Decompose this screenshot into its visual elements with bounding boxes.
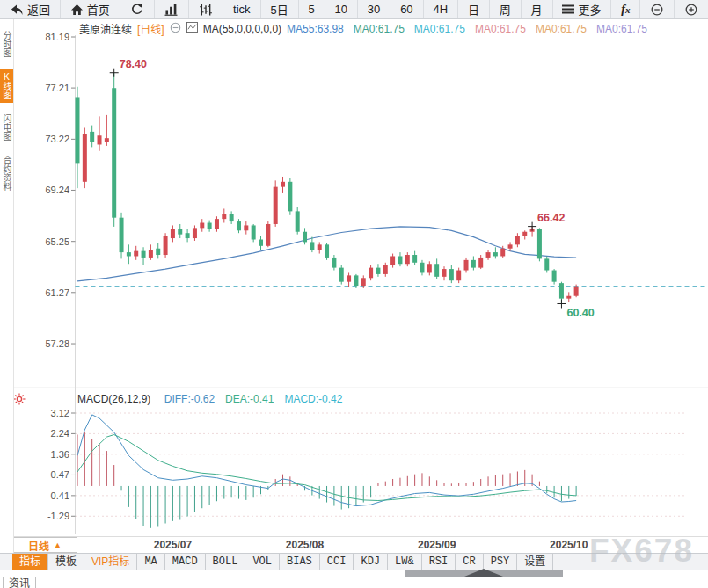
toolbar-item-label: 周: [500, 1, 511, 18]
drawer-handle[interactable]: [405, 570, 563, 577]
tab-设置[interactable]: 设置: [517, 554, 553, 570]
tab-BIAS[interactable]: BIAS: [280, 554, 320, 570]
svg-text:0.47: 0.47: [51, 469, 69, 480]
sidebar-item-chart[interactable]: 分时图: [0, 27, 13, 61]
kline-icon: [199, 4, 213, 16]
toolbar-item-label: 5: [308, 3, 314, 16]
ma-value: MA0:61.75: [536, 23, 587, 35]
macd-value: DEA:-0.41: [225, 393, 274, 405]
back-button[interactable]: 返回: [0, 0, 61, 18]
ma-value: MA0:61.75: [414, 23, 465, 35]
toolbar-item-label: 4H: [433, 3, 448, 16]
ma-value: MA0:61.75: [354, 23, 405, 35]
svg-text:65.25: 65.25: [45, 236, 69, 247]
back-arrow-icon: [10, 4, 24, 16]
tab-RSI[interactable]: RSI: [422, 554, 456, 570]
svg-text:66.42: 66.42: [537, 212, 565, 224]
tab-LW&[interactable]: LW&: [388, 554, 422, 570]
more-button[interactable]: 更多: [553, 0, 612, 18]
tab-模板[interactable]: 模板: [48, 554, 84, 570]
macd-axis: 3.122.241.360.47-0.41-1.29: [47, 408, 76, 521]
xaxis-row: 日线 ▲ 2025/072025/082025/092025/10: [0, 536, 708, 554]
month-label: 2025/09: [418, 539, 456, 551]
svg-text:2.24: 2.24: [51, 428, 69, 439]
interval-day-button[interactable]: 日: [458, 0, 490, 18]
ma-values: MA55:63.98MA0:61.75MA0:61.75MA0:61.75MA0…: [287, 23, 657, 35]
toolbar-item-label: 日: [468, 1, 479, 18]
interval-60-button[interactable]: 60: [390, 0, 423, 18]
period-selector-button[interactable]: 日线 ▲: [12, 537, 77, 553]
tab-VOL[interactable]: VOL: [245, 554, 280, 570]
svg-text:69.24: 69.24: [45, 185, 69, 195]
svg-text:-1.29: -1.29: [47, 511, 69, 521]
zoom-out-button[interactable]: [640, 0, 675, 18]
refresh-icon: [130, 3, 144, 16]
svg-text:60.40: 60.40: [566, 307, 594, 319]
macd-layer: [77, 415, 576, 528]
caret-up-icon: ▲: [54, 541, 62, 549]
home-icon: [70, 4, 84, 16]
svg-text:3.12: 3.12: [51, 408, 69, 418]
interval-30-button[interactable]: 30: [358, 0, 390, 18]
tab-KDJ[interactable]: KDJ: [354, 554, 388, 570]
sidebar-item-chart[interactable]: 合约资料: [0, 152, 13, 194]
tab-CCI[interactable]: CCI: [320, 554, 354, 570]
refresh-button[interactable]: [120, 0, 155, 18]
macd-values: DIFF:-0.62DEA:-0.41MACD:-0.42: [154, 393, 343, 405]
zoom-in-icon: [684, 3, 698, 17]
interval-5-button[interactable]: 5: [299, 0, 325, 18]
month-label: 2025/08: [286, 539, 324, 551]
bar-chart-button[interactable]: [155, 0, 190, 18]
symbol-name: 美原油连续: [79, 21, 132, 36]
svg-text:57.28: 57.28: [45, 338, 69, 349]
indicator-tabbar: 指标模板VIP指标MAMACDBOLLVOLBIASCCIKDJLW&RSICR…: [0, 553, 708, 570]
price-annotations: 78.4066.4260.40: [110, 58, 595, 320]
month-label: 2025/10: [550, 539, 588, 551]
tab-MACD[interactable]: MACD: [165, 554, 206, 570]
price-axis: 81.1977.2173.2269.2465.2561.2757.28: [45, 32, 75, 349]
collapse-icon[interactable]: [170, 22, 181, 36]
fx-indicator-button[interactable]: fx: [611, 0, 640, 18]
toolbar-item-label: 10: [335, 3, 347, 16]
news-tab[interactable]: 资讯: [3, 577, 36, 588]
sidebar-item-chart[interactable]: 闪电图: [0, 111, 13, 144]
ma-value: MA0:61.75: [596, 23, 647, 35]
tab-指标[interactable]: 指标: [12, 554, 48, 570]
tab-VIP指标[interactable]: VIP指标: [84, 554, 137, 570]
toolbar-item-label: 30: [368, 3, 380, 16]
macd-value: DIFF:-0.62: [164, 393, 215, 405]
tab-MA[interactable]: MA: [137, 554, 164, 570]
toolbar-item-label: 更多: [578, 1, 601, 18]
macd-value: MACD:-0.42: [284, 393, 342, 405]
interval-4h-button[interactable]: 4H: [424, 0, 458, 18]
sun-icon[interactable]: [13, 393, 26, 409]
kline-chart-button[interactable]: [189, 0, 223, 18]
svg-text:61.27: 61.27: [45, 287, 69, 298]
svg-text:81.19: 81.19: [45, 32, 69, 42]
app-root: 81.1977.2173.2269.2465.2561.2757.283.122…: [0, 0, 708, 588]
toolbar-item-label: 返回: [27, 1, 50, 18]
svg-text:1.36: 1.36: [51, 449, 69, 460]
bottom-strip: 资讯: [0, 570, 708, 588]
svg-text:78.40: 78.40: [120, 58, 147, 70]
period-tag: [日线]: [137, 21, 164, 36]
tab-BOLL[interactable]: BOLL: [206, 554, 246, 570]
interval-10-button[interactable]: 10: [325, 0, 358, 18]
toolbar-item-label: 60: [400, 3, 412, 16]
home-button[interactable]: 首页: [61, 0, 120, 18]
fx-icon: fx: [621, 3, 630, 17]
interval-tick-button[interactable]: tick: [223, 0, 260, 18]
interval-month-button[interactable]: 月: [522, 0, 553, 18]
ma-indicator-icon[interactable]: [186, 22, 198, 35]
toolbar-item-label: 5日: [270, 1, 288, 18]
interval-week-button[interactable]: 周: [490, 0, 522, 18]
interval-5d-button[interactable]: 5日: [261, 0, 299, 18]
zoom-in-button[interactable]: [675, 0, 708, 18]
bar-chart-icon: [164, 4, 179, 16]
toolbar-item-label: 月: [531, 1, 543, 18]
tab-CR[interactable]: CR: [456, 554, 483, 570]
menu-icon: [562, 4, 574, 14]
sidebar-item-active[interactable]: K线图: [0, 69, 13, 103]
tab-PSY[interactable]: PSY: [484, 554, 518, 570]
toolbar-item-label: 首页: [87, 1, 110, 18]
